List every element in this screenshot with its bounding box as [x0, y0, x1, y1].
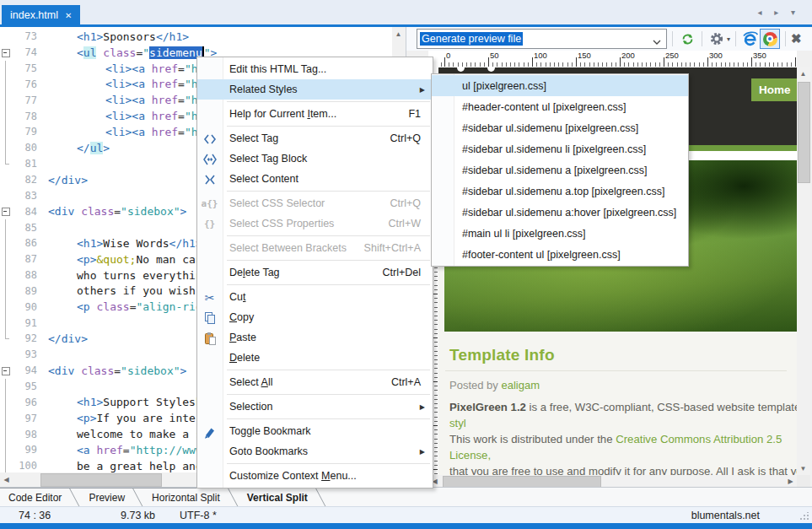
menu-item-select-content[interactable]: Select Content	[197, 169, 433, 189]
author-link[interactable]: ealigam	[501, 379, 540, 391]
line-number: 79	[11, 126, 43, 138]
status-bar: 74 : 36 9.73 kb UTF-8 * blumentals.net	[0, 506, 812, 524]
gear-dropdown-icon[interactable]: ▾	[727, 35, 730, 43]
submenu-item[interactable]: #header-content ul [pixelgreen.css]	[432, 96, 688, 117]
menu-item-related-styles[interactable]: Related Styles▶	[197, 79, 433, 100]
menu-item-label: Cut	[229, 291, 245, 303]
ruler-label: 150	[578, 51, 591, 60]
scroll-down-icon[interactable]: ▼	[797, 462, 809, 475]
tab-index-html[interactable]: index.html ✕	[2, 5, 80, 25]
submenu-item[interactable]: #sidebar ul.sidemenu a:hover [pixelgreen…	[432, 202, 688, 223]
submenu-item[interactable]: #sidebar ul.sidemenu li [pixelgreen.css]	[432, 138, 688, 159]
menu-item-selection[interactable]: Selection▶	[197, 397, 433, 417]
scrollbar-thumb[interactable]	[798, 82, 810, 183]
tab-close-icon[interactable]: ✕	[65, 11, 72, 20]
fold-guide	[0, 394, 11, 410]
fold-guide	[0, 315, 11, 331]
submenu-arrow-icon: ▶	[420, 448, 425, 456]
code-token: <p	[77, 300, 96, 313]
menu-item-select-tag-block[interactable]: Select Tag Block	[197, 148, 433, 169]
line-number: 99	[11, 444, 43, 456]
code-token: </	[77, 142, 90, 154]
menu-item-toggle-bookmark[interactable]: Toggle Bookmark	[197, 421, 433, 441]
gear-icon[interactable]	[707, 30, 726, 48]
menu-separator	[227, 418, 430, 419]
site-nav-home-link[interactable]: Home	[751, 78, 797, 101]
close-preview-icon[interactable]: ✖	[791, 31, 802, 46]
scrollbar-thumb[interactable]	[443, 476, 601, 488]
code-token: =	[178, 78, 185, 90]
scroll-left-icon[interactable]: ◀	[0, 473, 13, 486]
menu-item-goto-bookmarks[interactable]: Goto Bookmarks▶	[197, 441, 433, 462]
menu-item-select-tag[interactable]: Select TagCtrl+Q	[197, 128, 433, 148]
submenu-item[interactable]: #main ul li [pixelgreen.css]	[432, 223, 688, 244]
code-token: who turns everythin	[77, 269, 202, 282]
menu-item-paste[interactable]: Paste	[197, 327, 433, 348]
view-tab-vertical-split[interactable]: Vertical Split	[239, 488, 326, 507]
refresh-icon[interactable]	[678, 30, 696, 48]
submenu-item[interactable]: #sidebar ul.sidemenu a [pixelgreen.css]	[432, 159, 688, 181]
code-line[interactable]: 73<h1>Sponsors</h1>	[0, 29, 392, 45]
preview-vertical-scrollbar[interactable]: ▲ ▼	[797, 67, 810, 475]
menu-item-delete-tag[interactable]: Delete TagCtrl+Del	[197, 262, 433, 283]
menu-item-label: Related Styles	[229, 84, 298, 95]
view-tab-horizontal-split[interactable]: Horizontal Split	[143, 488, 239, 507]
submenu-item[interactable]: #sidebar ul.sidemenu a.top [pixelgreen.c…	[432, 181, 688, 202]
chrome-browser-icon[interactable]	[760, 29, 780, 49]
site-link[interactable]: styl	[449, 417, 466, 429]
fold-guide	[0, 219, 11, 235]
scrollbar-thumb[interactable]	[40, 473, 162, 487]
tab-scroll-arrows-icon[interactable]: ◂ ▸ ▾	[757, 8, 800, 17]
preview-horizontal-scrollbar[interactable]: ◀ ▶	[428, 475, 797, 488]
code-token: href	[96, 444, 122, 456]
preview-mode-combobox[interactable]: Generate preview file	[417, 29, 667, 49]
menu-item-label: Toggle Bookmark	[229, 425, 311, 437]
toolbar-divider	[735, 31, 736, 46]
paragraph-text: is a free, W3C-compliant, CSS-based webs…	[526, 401, 797, 413]
fold-guide	[0, 442, 11, 458]
menu-item-help-current-item[interactable]: Help for Current Item...F1	[197, 104, 433, 124]
line-number: 92	[11, 332, 43, 344]
menu-item-select-all[interactable]: Select AllCtrl+A	[197, 372, 433, 392]
fold-guide	[0, 124, 11, 140]
view-tab-code-editor[interactable]: Code Editor	[0, 488, 80, 507]
scroll-up-icon[interactable]: ▲	[797, 67, 809, 80]
select-tag-icon	[202, 132, 217, 146]
menu-shortcut: Ctrl+Q	[390, 197, 421, 209]
code-token: =	[114, 364, 121, 377]
chevron-down-icon[interactable]	[653, 36, 661, 48]
code-token: <h1>	[77, 30, 103, 43]
fold-guide	[0, 235, 11, 251]
code-text: <h1>Sponsors</h1>	[43, 30, 392, 43]
scroll-right-icon[interactable]: ▶	[784, 475, 797, 488]
submenu-item[interactable]: #sidebar ul.sidemenu [pixelgreen.css]	[432, 117, 688, 138]
resize-grip[interactable]	[799, 512, 809, 521]
scroll-up-icon[interactable]: ▲	[392, 28, 405, 40]
code-token: ul	[83, 46, 97, 59]
line-number: 82	[11, 174, 43, 186]
fold-toggle-icon[interactable]	[0, 203, 11, 219]
menu-item-delete[interactable]: Delete	[197, 348, 433, 368]
menu-item-copy[interactable]: Copy	[197, 307, 433, 327]
view-tab-preview[interactable]: Preview	[80, 488, 143, 507]
menu-item-edit-html-tag[interactable]: Edit this HTML Tag...	[197, 59, 433, 79]
code-token: =	[178, 110, 185, 122]
menu-item-label: Delete Tag	[229, 267, 280, 278]
line-number: 89	[11, 285, 43, 297]
menu-item-customize-context-menu[interactable]: Customize Context Menu...	[197, 466, 433, 486]
submenu-item[interactable]: ul [pixelgreen.css]	[432, 75, 688, 96]
code-token: =	[178, 94, 185, 106]
fold-guide	[0, 379, 11, 395]
caret-position: 74 : 36	[19, 510, 51, 521]
menu-item-label: Selection	[229, 401, 272, 413]
menu-item-label: Select All	[229, 376, 272, 388]
submenu-item[interactable]: #footer-content ul [pixelgreen.css]	[432, 244, 688, 265]
fold-guide	[0, 140, 11, 156]
code-token: =	[114, 205, 121, 218]
ie-browser-icon[interactable]	[741, 30, 760, 48]
css-selector-icon: a{}	[202, 197, 217, 211]
fold-toggle-icon[interactable]	[0, 45, 11, 61]
fold-toggle-icon[interactable]	[0, 363, 11, 379]
view-tabs: Code EditorPreviewHorizontal SplitVertic…	[0, 487, 812, 507]
menu-item-cut[interactable]: ✂Cut	[197, 287, 433, 307]
